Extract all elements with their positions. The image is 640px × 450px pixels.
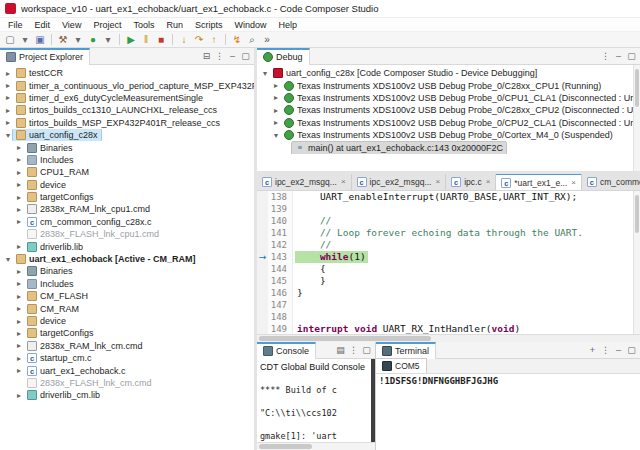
project-tree-item[interactable]: 2838x_FLASH_lnk_cpu1.cmd bbox=[0, 228, 254, 240]
console-hscrollbar[interactable] bbox=[257, 442, 375, 450]
project-tree-item[interactable]: ▸CPU1_RAM bbox=[0, 166, 254, 178]
code-line[interactable]: 144 { bbox=[257, 263, 640, 275]
code-line[interactable]: 139 bbox=[257, 203, 640, 215]
line-number[interactable]: 140 bbox=[268, 215, 293, 227]
project-tree-item[interactable]: ▸device bbox=[0, 179, 254, 191]
collapsed-arrow-icon[interactable]: ▸ bbox=[14, 143, 24, 152]
terminal-output[interactable]: !1DSFSG!DNFNGGHBFJGJHG bbox=[376, 374, 640, 450]
code-line[interactable]: 149interrupt void UART_RX_IntHandler(voi… bbox=[257, 323, 640, 334]
line-number[interactable]: 144 bbox=[268, 263, 293, 275]
collapsed-arrow-icon[interactable]: ▸ bbox=[3, 81, 13, 90]
line-number[interactable]: 141 bbox=[268, 227, 293, 239]
menu-scripts[interactable]: Scripts bbox=[189, 20, 229, 30]
scrollbar-thumb[interactable] bbox=[259, 336, 431, 341]
code-line[interactable]: 145 } bbox=[257, 275, 640, 287]
collapsed-arrow-icon[interactable]: ▸ bbox=[14, 242, 24, 251]
collapsed-arrow-icon[interactable]: ▸ bbox=[14, 391, 24, 400]
collapsed-arrow-icon[interactable]: ▸ bbox=[271, 118, 281, 127]
project-tree-item[interactable]: ▾uart_ex1_echoback [Active - CM_RAM] bbox=[0, 253, 254, 265]
line-number[interactable]: 147 bbox=[268, 299, 293, 311]
collapsed-arrow-icon[interactable]: ▸ bbox=[271, 81, 281, 90]
menu-help[interactable]: Help bbox=[272, 20, 303, 30]
code-line[interactable]: 140 // bbox=[257, 215, 640, 227]
editor-scrollbar[interactable] bbox=[633, 191, 640, 334]
menu-view[interactable]: View bbox=[56, 20, 87, 30]
scrollbar-thumb[interactable] bbox=[635, 195, 639, 233]
debug-tree-item[interactable]: ▸Texas Instruments XDS100v2 USB Debug Pr… bbox=[257, 92, 640, 104]
maximize-icon[interactable]: ▢ bbox=[240, 51, 251, 61]
project-tree-item[interactable]: ▸CM_FLASH bbox=[0, 290, 254, 302]
console-list-icon[interactable]: ▤ bbox=[335, 345, 346, 355]
collapsed-arrow-icon[interactable]: ▸ bbox=[14, 292, 24, 301]
menu-file[interactable]: File bbox=[2, 20, 29, 30]
line-number[interactable]: 138 bbox=[268, 191, 293, 203]
expanded-arrow-icon[interactable]: ▾ bbox=[3, 255, 13, 264]
project-tree-item[interactable]: ▸cstartup_cm.c bbox=[0, 352, 254, 364]
collapsed-arrow-icon[interactable]: ▸ bbox=[14, 304, 24, 313]
debug-dropdown-icon[interactable]: ▾ bbox=[101, 33, 115, 46]
line-number[interactable]: 142 bbox=[268, 239, 293, 251]
project-tree-item[interactable]: ▸testCCR bbox=[0, 67, 254, 79]
menu-edit[interactable]: Edit bbox=[29, 20, 57, 30]
console-scrollbar[interactable] bbox=[371, 359, 375, 442]
build-dropdown-icon[interactable]: ▾ bbox=[71, 33, 85, 46]
view-menu-icon[interactable]: ⋮ bbox=[600, 345, 611, 355]
project-tree-item[interactable]: ▸driverlib.lib bbox=[0, 240, 254, 252]
collapsed-arrow-icon[interactable]: ▸ bbox=[14, 366, 24, 375]
collapsed-arrow-icon[interactable]: ▸ bbox=[14, 329, 24, 338]
collapsed-arrow-icon[interactable]: ▸ bbox=[3, 93, 13, 102]
collapsed-arrow-icon[interactable]: ▸ bbox=[14, 354, 24, 363]
step-into-icon[interactable]: ↓ bbox=[177, 33, 191, 46]
project-tree-item[interactable]: ▸cuart_ex1_echoback.c bbox=[0, 364, 254, 376]
collapsed-arrow-icon[interactable]: ▸ bbox=[271, 106, 281, 115]
step-return-icon[interactable]: ↑ bbox=[207, 33, 221, 46]
line-number[interactable]: 149 bbox=[268, 323, 293, 334]
view-menu-icon[interactable]: ⋮ bbox=[600, 51, 611, 61]
debug-icon[interactable]: ● bbox=[86, 33, 100, 46]
debug-tree-item[interactable]: ▸Texas Instruments XDS100v2 USB Debug Pr… bbox=[257, 117, 640, 129]
project-tree-item[interactable]: ▸targetConfigs bbox=[0, 327, 254, 339]
terminal-com5-tab[interactable]: COM5 bbox=[376, 358, 427, 373]
expanded-arrow-icon[interactable]: ▾ bbox=[3, 131, 13, 140]
collapsed-arrow-icon[interactable]: ▸ bbox=[3, 69, 13, 78]
new-dropdown-icon[interactable]: ▾ bbox=[18, 33, 32, 46]
scrollbar-thumb[interactable] bbox=[635, 69, 639, 107]
tab-debug[interactable]: Debug bbox=[257, 48, 310, 65]
project-tree-item[interactable]: ▸2838x_RAM_lnk_cpu1.cmd bbox=[0, 203, 254, 215]
line-number[interactable]: 143 bbox=[268, 251, 293, 263]
editor-tab[interactable]: cipc_ex2_msgq...× bbox=[352, 173, 447, 190]
code-line[interactable]: 146} bbox=[257, 287, 640, 299]
step-over-icon[interactable]: ↷ bbox=[192, 33, 206, 46]
scrollbar-thumb[interactable] bbox=[259, 444, 312, 449]
code-line[interactable]: 141 // Loop forever echoing data through… bbox=[257, 227, 640, 239]
editor-tab[interactable]: c*uart_ex1_e...× bbox=[496, 173, 582, 190]
collapsed-arrow-icon[interactable]: ▸ bbox=[14, 193, 24, 202]
menu-project[interactable]: Project bbox=[87, 20, 127, 30]
project-tree-item[interactable]: ▸2838x_RAM_lnk_cm.cmd bbox=[0, 340, 254, 352]
project-tree-item[interactable]: ▸device bbox=[0, 315, 254, 327]
collapsed-arrow-icon[interactable]: ▸ bbox=[14, 168, 24, 177]
code-line[interactable]: 147 bbox=[257, 299, 640, 311]
new-file-icon[interactable]: ▢ bbox=[3, 33, 17, 46]
collapsed-arrow-icon[interactable]: ▸ bbox=[3, 106, 13, 115]
debug-tree-item[interactable]: ▾Texas Instruments XDS100v2 USB Debug Pr… bbox=[257, 129, 640, 141]
close-icon[interactable]: × bbox=[341, 177, 346, 186]
collapsed-arrow-icon[interactable]: ▸ bbox=[14, 205, 24, 214]
tab-console[interactable]: Console bbox=[257, 342, 316, 359]
menu-run[interactable]: Run bbox=[160, 20, 189, 30]
project-tree-item[interactable]: ▸Includes bbox=[0, 278, 254, 290]
project-tree-item[interactable]: ▸targetConfigs bbox=[0, 191, 254, 203]
tab-terminal[interactable]: Terminal bbox=[376, 342, 436, 359]
project-tree-item[interactable]: ▸Binaries bbox=[0, 141, 254, 153]
expanded-arrow-icon[interactable]: ▾ bbox=[260, 69, 270, 78]
collapsed-arrow-icon[interactable]: ▸ bbox=[14, 155, 24, 164]
resume-icon[interactable]: ▶ bbox=[124, 33, 138, 46]
collapsed-arrow-icon[interactable]: ▸ bbox=[14, 180, 24, 189]
flash-icon[interactable]: ↯ bbox=[230, 33, 244, 46]
editor-tab[interactable]: cipc_ex2_msgq...× bbox=[257, 173, 352, 190]
new-terminal-icon[interactable]: + bbox=[587, 345, 598, 355]
expanded-arrow-icon[interactable]: ▾ bbox=[271, 131, 281, 140]
close-icon[interactable]: × bbox=[486, 177, 491, 186]
debug-tree-item[interactable]: ▸Texas Instruments XDS100v2 USB Debug Pr… bbox=[257, 104, 640, 116]
view-menu-icon[interactable]: ⋮ bbox=[214, 51, 225, 61]
